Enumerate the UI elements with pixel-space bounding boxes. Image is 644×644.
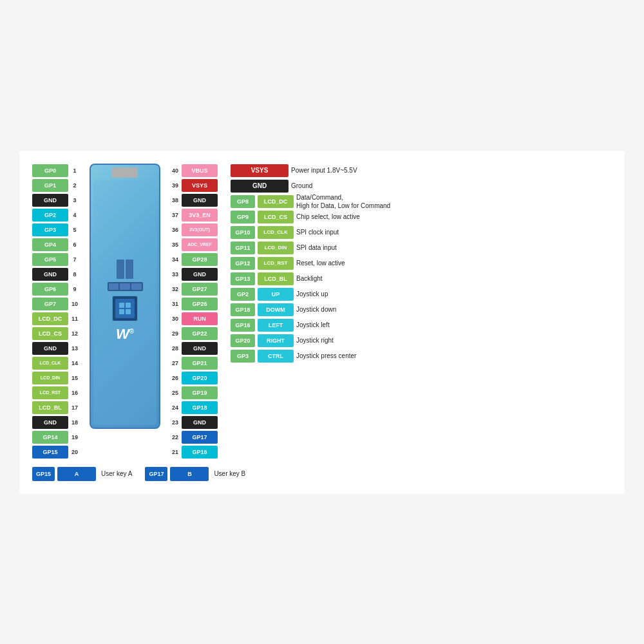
legend-gp-box: GND [231,180,289,193]
right-pin-row: 28GND [170,341,218,355]
pin-label: GP19 [182,386,218,399]
key-item: GP17BUser key B [145,467,245,481]
bottom-section: GP15AUser key AGP17BUser key B [32,467,612,481]
pin-number: 7 [70,256,80,263]
legend-func-box: LCD_CLK [258,226,294,239]
legend-description: Joystick right [296,336,334,345]
legend-func-box: LCD_CS [258,211,294,223]
left-pin-row: GP57 [32,252,80,267]
legend-row: GP20RIGHTJoystick right [231,334,612,348]
pin-label: GP7 [32,298,68,310]
legend-description: SPI clock input [296,228,339,236]
right-pin-row: 38GND [170,193,218,207]
pin-number: 4 [70,212,80,218]
pin-label: GP27 [182,283,218,296]
pin-number: 36 [170,227,180,233]
legend-row: GP3CTRLJoystick press center [231,349,612,363]
legend-gp-box: GP2 [231,288,255,301]
key-name-label: B [170,467,209,481]
pin-label: GND [182,342,218,355]
legend-func-box: LCD_DC [258,195,294,208]
pin-number: 33 [170,271,180,278]
left-pin-row: GND13 [32,341,80,355]
left-pin-row: GP35 [32,223,80,237]
pin-number: 14 [70,360,80,366]
legend-description: Reset, low active [296,259,345,267]
right-pin-row: 27GP21 [170,356,218,370]
pin-number: 37 [170,212,180,218]
left-pin-row: GND8 [32,267,80,281]
pin-label: GND [32,342,68,355]
pin-label: RUN [182,312,218,325]
legend-gp-box: GP20 [231,334,255,347]
left-pin-row: GND18 [32,415,80,430]
pin-number: 13 [70,345,80,352]
pin-label: LCD_BL [32,401,68,414]
right-pin-row: 26GP20 [170,371,218,385]
pin-number: 11 [70,316,80,322]
pin-label: LCD_DC [32,312,68,325]
right-pins: 40VBUS39VSYS38GND373V3_EN363V3(OUT)35ADC… [170,164,218,459]
pin-number: 27 [170,360,180,366]
right-pin-row: 32GP27 [170,282,218,296]
pin-label: GP4 [32,238,68,251]
pin-number: 39 [170,182,180,189]
left-pin-row: LCD_CS12 [32,327,80,341]
legend-description: Ground [291,182,312,190]
right-pin-row: 25GP19 [170,386,218,400]
pin-label: GP3 [32,223,68,236]
pin-label: 3V3(OUT) [182,223,218,236]
pin-label: GP15 [32,446,68,459]
pin-label: GP17 [182,431,218,444]
pin-label: GP1 [32,179,68,192]
right-pin-row: 31GP26 [170,297,218,311]
legend-row: GP13LCD_BLBacklight [231,272,612,286]
legend-description: Data/Command,High for Data, Low for Comm… [296,193,390,210]
legend-description: Joystick up [296,290,328,298]
legend-gp-box: GP8 [231,195,255,208]
right-pin-row: 40VBUS [170,164,218,178]
pin-number: 22 [170,434,180,440]
legend-row: GP18DOWMJoystick down [231,303,612,317]
board-container: W® [86,164,164,429]
pin-number: 16 [70,390,80,396]
legend-row: GP11LCD_DINSPI data input [231,241,612,255]
pin-number: 34 [170,256,180,263]
pin-label: 3V3_EN [182,209,218,222]
pin-number: 19 [70,434,80,440]
brand-logo: W® [116,326,134,343]
legend-func-box: DOWM [258,303,294,316]
legend-row: GP2UPJoystick up [231,287,612,301]
right-pin-row: 30RUN [170,312,218,326]
pin-label: LCD_CS [32,327,68,340]
usb-connector [112,167,138,178]
right-pin-row: 35ADC_VREF [170,238,218,252]
pin-label: GP22 [182,327,218,340]
legend-gp-box: GP18 [231,303,255,316]
legend-row: GP10LCD_CLKSPI clock input [231,225,612,240]
pin-label: GP28 [182,253,218,266]
pin-label: GND [182,416,218,429]
legend-row: VSYSPower input 1.8V~5.5V [231,164,612,178]
pin-label: GND [32,268,68,281]
left-pin-row: GP710 [32,297,80,311]
legend-description: Joystick press center [296,352,356,360]
pin-number: 21 [170,449,180,455]
left-pin-row: GP12 [32,178,80,193]
right-pin-row: 23GND [170,415,218,430]
left-pin-row: GP01 [32,164,80,178]
right-pin-row: 21GP16 [170,445,218,459]
pin-number: 10 [70,301,80,307]
left-pin-row: GND3 [32,193,80,207]
legend-func-box: CTRL [258,350,294,363]
pin-label: GP21 [182,357,218,370]
legend-func-box: RIGHT [258,334,294,347]
pin-label: GND [32,194,68,207]
pin-number: 28 [170,345,180,352]
pin-label: GP26 [182,298,218,310]
legend-description: Chip select, low active [296,213,360,221]
right-pin-row: 24GP18 [170,401,218,415]
key-description: User key A [101,470,132,477]
pin-label: GND [182,194,218,207]
legend-gp-box: VSYS [231,164,289,177]
